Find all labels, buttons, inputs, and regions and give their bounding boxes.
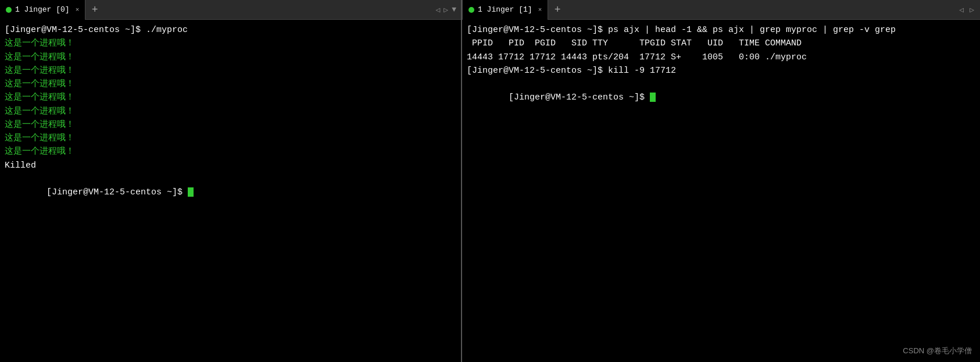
left-tab[interactable]: 1 Jinger [0] × — [0, 0, 85, 20]
right-cursor — [650, 93, 656, 102]
left-line-10: 这是一个进程哦！ — [5, 145, 456, 158]
right-tab-active-indicator — [468, 7, 474, 13]
right-tab-nav: ◁ ▷ — [958, 5, 980, 15]
right-right-arrow-icon[interactable]: ▷ — [968, 5, 975, 15]
left-line-5: 这是一个进程哦！ — [5, 77, 456, 91]
left-terminal-content[interactable]: [Jinger@VM-12-5-centos ~]$ ./myproc 这是一个… — [0, 20, 461, 362]
left-line-7: 这是一个进程哦！ — [5, 105, 456, 118]
left-arrow-icon[interactable]: ◁ — [435, 5, 442, 15]
left-line-prompt: [Jinger@VM-12-5-centos ~]$ — [5, 172, 456, 213]
left-line-6: 这是一个进程哦！ — [5, 91, 456, 104]
right-tab-label: 1 Jinger [1] — [478, 5, 532, 14]
left-line-1: [Jinger@VM-12-5-centos ~]$ ./myproc — [5, 23, 456, 37]
right-arrow-icon[interactable]: ▷ — [442, 5, 449, 15]
right-tab[interactable]: 1 Jinger [1] × — [463, 0, 548, 20]
left-line-2: 这是一个进程哦！ — [5, 37, 456, 50]
left-new-tab-button[interactable]: + — [87, 2, 103, 18]
left-terminal-pane: 1 Jinger [0] × + ◁ ▷ ▼ [Jinger@VM-12-5-c… — [0, 0, 462, 362]
watermark: CSDN @卷毛小学僧 — [903, 346, 972, 356]
left-line-9: 这是一个进程哦！ — [5, 132, 456, 145]
left-line-killed: Killed — [5, 159, 456, 172]
left-cursor — [188, 187, 194, 197]
right-tab-close[interactable]: × — [538, 6, 542, 13]
right-terminal-pane: 1 Jinger [1] × + ◁ ▷ [Jinger@VM-12-5-cen… — [462, 0, 980, 362]
left-tab-label: 1 Jinger [0] — [15, 5, 70, 14]
tab-active-indicator — [6, 7, 12, 13]
right-terminal-content[interactable]: [Jinger@VM-12-5-centos ~]$ ps ajx | head… — [462, 20, 980, 362]
right-line-kill: [Jinger@VM-12-5-centos ~]$ kill -9 17712 — [467, 64, 975, 77]
right-left-arrow-icon[interactable]: ◁ — [958, 5, 965, 15]
left-line-4: 这是一个进程哦！ — [5, 64, 456, 77]
left-tab-bar: 1 Jinger [0] × + ◁ ▷ ▼ — [0, 0, 461, 20]
right-tab-bar: 1 Jinger [1] × + ◁ ▷ — [462, 0, 980, 20]
left-tab-close[interactable]: × — [76, 6, 80, 13]
left-line-3: 这是一个进程哦！ — [5, 51, 456, 64]
right-line-process: 14443 17712 17712 14443 pts/204 17712 S+… — [467, 51, 975, 64]
left-line-8: 这是一个进程哦！ — [5, 118, 456, 132]
left-tab-nav: ◁ ▷ ▼ — [435, 5, 461, 15]
dropdown-icon[interactable]: ▼ — [450, 5, 457, 14]
right-line-prompt: [Jinger@VM-12-5-centos ~]$ — [467, 77, 975, 118]
right-line-header: PPID PID PGID SID TTY TPGID STAT UID TIM… — [467, 37, 975, 50]
right-new-tab-button[interactable]: + — [549, 2, 566, 18]
right-line-1: [Jinger@VM-12-5-centos ~]$ ps ajx | head… — [467, 23, 975, 37]
